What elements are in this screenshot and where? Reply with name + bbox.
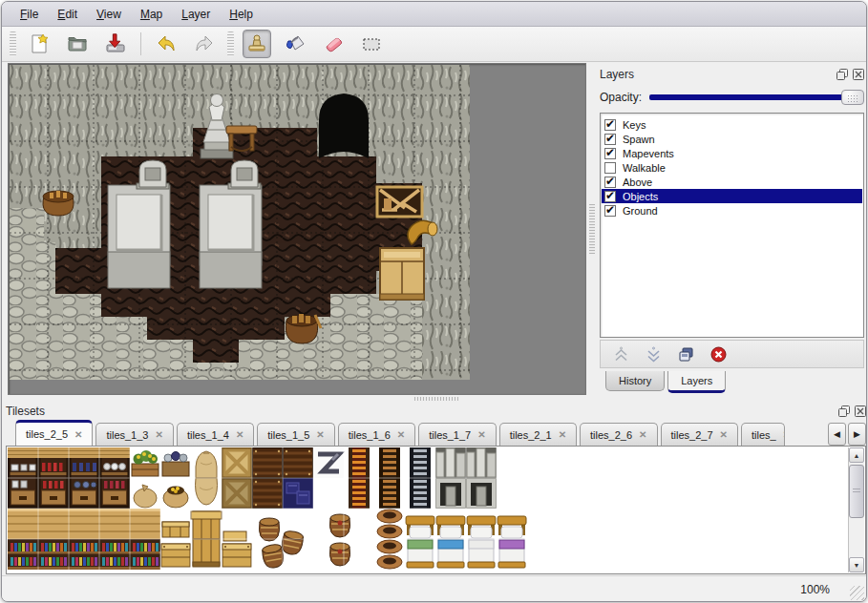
save-button[interactable] [101, 30, 130, 58]
tileset-tab[interactable]: tiles_2_7 ✕ [661, 423, 738, 446]
dock-tab[interactable]: Layers [667, 371, 726, 393]
tileset-tab[interactable]: tiles_2_1 ✕ [499, 423, 577, 446]
redo-button[interactable] [190, 30, 219, 58]
menu-item[interactable]: File [11, 5, 47, 24]
menu-item[interactable]: Edit [49, 5, 86, 24]
vertical-splitter[interactable] [587, 63, 598, 395]
tileset-canvas[interactable] [8, 447, 527, 570]
tab-close-icon[interactable]: ✕ [74, 429, 82, 440]
clay-pot[interactable] [43, 191, 74, 216]
open-folder-icon [66, 32, 89, 55]
layer-visibility-checkbox[interactable] [604, 177, 616, 188]
tab-close-icon[interactable]: ✕ [236, 429, 243, 440]
layer-visibility-checkbox[interactable] [604, 162, 616, 174]
layer-visibility-checkbox[interactable] [604, 148, 616, 159]
tab-close-icon[interactable]: ✕ [155, 429, 162, 440]
wooden-cabinet[interactable] [380, 248, 424, 300]
scroll-tabs-left-icon[interactable]: ◀ [828, 423, 846, 446]
layer-visibility-checkbox[interactable] [604, 134, 616, 145]
layer-list[interactable]: Keys Spawn Mapevents Walkable [600, 113, 864, 338]
tab-close-icon[interactable]: ✕ [477, 429, 485, 440]
toolbar-drag-handle[interactable] [227, 31, 234, 56]
layer-row[interactable]: Objects [602, 189, 862, 203]
tab-close-icon[interactable]: ✕ [720, 429, 728, 440]
menu-item[interactable]: Layer [173, 5, 219, 24]
stone-platform[interactable] [200, 185, 262, 288]
tilesets-dock: Tilesets tiles_2_5 ✕ tiles_1_3 [6, 403, 866, 574]
menu-item[interactable]: Help [221, 5, 262, 24]
stamp-tool-button[interactable] [243, 30, 271, 58]
tileset-tab[interactable]: tiles_1_7 ✕ [418, 423, 496, 446]
scrollbar-thumb[interactable] [849, 465, 864, 518]
tileset-content[interactable]: ▲ ▼ [6, 446, 866, 574]
gravestone[interactable] [228, 160, 261, 189]
map-viewport[interactable] [8, 63, 586, 395]
horizontal-splitter[interactable] [2, 395, 866, 403]
opacity-slider-handle[interactable] [841, 90, 864, 105]
layer-row[interactable]: Spawn [602, 132, 862, 146]
stone-platform[interactable] [108, 185, 170, 288]
layer-row[interactable]: Walkable [602, 160, 862, 175]
lower-layer-button[interactable] [645, 345, 662, 363]
tileset-tab[interactable]: tiles_1_6 ✕ [338, 423, 415, 446]
tileset-tab[interactable]: tiles_ ✕ [741, 423, 785, 446]
layer-visibility-checkbox[interactable] [604, 205, 616, 217]
open-file-button[interactable] [63, 30, 92, 58]
tab-close-icon[interactable]: ✕ [316, 429, 324, 440]
stamp-tool-icon [245, 32, 268, 55]
new-file-icon [28, 32, 51, 55]
close-dock-icon[interactable] [852, 68, 864, 80]
zoom-level: 100% [800, 583, 830, 596]
broken-crate[interactable] [377, 187, 422, 217]
tileset-tab[interactable]: tiles_1_3 ✕ [95, 423, 173, 446]
tileset-tab[interactable]: tiles_1_4 ✕ [177, 423, 254, 446]
opacity-row: Opacity: [600, 86, 864, 109]
menu-item[interactable]: Map [132, 5, 171, 24]
layer-name: Ground [623, 205, 658, 217]
tileset-vertical-scrollbar[interactable]: ▲ ▼ [848, 447, 864, 572]
scroll-tabs-right-icon[interactable]: ▶ [848, 423, 866, 446]
scroll-up-icon[interactable]: ▲ [849, 447, 864, 463]
float-dock-icon[interactable] [836, 68, 848, 80]
scroll-down-icon[interactable]: ▼ [849, 557, 864, 572]
opacity-slider[interactable] [649, 90, 864, 105]
tab-scroll-buttons: ◀ ▶ [826, 423, 866, 446]
resize-grip[interactable] [850, 586, 864, 600]
tileset-tab[interactable]: tiles_2_5 ✕ [15, 420, 93, 446]
cave-entrance[interactable] [319, 94, 369, 158]
menu-item[interactable]: View [88, 5, 130, 24]
eraser-tool-button[interactable] [319, 30, 348, 58]
tab-close-icon[interactable]: ✕ [397, 429, 405, 440]
layer-row[interactable]: Mapevents [602, 146, 862, 160]
toolbar-drag-handle[interactable] [10, 31, 16, 56]
layer-row[interactable]: Keys [602, 117, 862, 132]
dock-tab[interactable]: History [605, 371, 665, 391]
delete-layer-button[interactable] [709, 345, 727, 363]
scrollbar-track[interactable] [849, 463, 864, 557]
redo-icon [193, 32, 216, 55]
raise-layer-button[interactable] [612, 345, 629, 363]
tab-close-icon[interactable]: ✕ [559, 429, 566, 440]
layer-visibility-checkbox[interactable] [604, 119, 616, 131]
map-canvas[interactable] [10, 65, 470, 380]
close-dock-icon[interactable] [854, 405, 866, 417]
duplicate-layer-button[interactable] [677, 345, 694, 363]
tab-close-icon[interactable]: ✕ [639, 429, 646, 440]
fill-tool-button[interactable] [281, 30, 309, 58]
tab-close-icon[interactable]: ✕ [783, 429, 785, 440]
layer-name: Mapevents [623, 148, 674, 159]
application-window: File Edit View Map Layer Help [1, 1, 867, 602]
save-icon [104, 32, 127, 55]
layer-visibility-checkbox[interactable] [604, 191, 616, 202]
tileset-tab[interactable]: tiles_2_6 ✕ [580, 423, 657, 446]
tileset-tab[interactable]: tiles_1_5 ✕ [257, 423, 334, 446]
opacity-slider-track[interactable] [649, 94, 860, 100]
new-file-button[interactable] [25, 30, 53, 58]
layer-row[interactable]: Ground [602, 203, 862, 218]
undo-button[interactable] [152, 30, 180, 58]
float-dock-icon[interactable] [837, 405, 850, 417]
tileset-tab-label: tiles_1_6 [349, 429, 391, 441]
select-tool-button[interactable] [357, 30, 386, 58]
layer-row[interactable]: Above [602, 175, 862, 189]
gravestone[interactable] [137, 160, 169, 189]
